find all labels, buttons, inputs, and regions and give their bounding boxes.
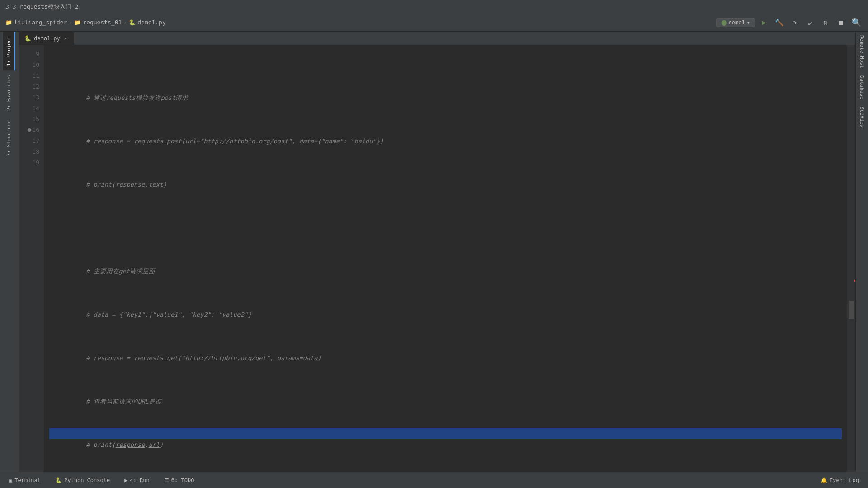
line-num-9: 9 — [19, 49, 39, 60]
python-console-label: Python Console — [64, 477, 110, 483]
line-num-10: 10 — [19, 60, 39, 70]
file-tab-close[interactable]: × — [63, 36, 68, 42]
stop-button[interactable]: ■ — [835, 16, 847, 29]
line-num-13: 13 — [19, 92, 39, 103]
run-config-dropdown: ▾ — [747, 19, 750, 26]
line-num-11: 11 — [19, 70, 39, 81]
line-numbers: 9 10 11 12 13 14 15 16 17 18 19 — [19, 45, 44, 472]
folder-icon-2: 📁 — [74, 19, 81, 26]
line-num-12: 12 — [19, 81, 39, 92]
right-tab-remote-host[interactable]: Remote Host — [857, 32, 867, 72]
right-tab-database[interactable]: Database — [857, 72, 867, 103]
top-bar: 📁 liuliang_spider › 📁 requests_01 › 🐍 de… — [0, 14, 868, 32]
breadcrumb-file: demo1.py — [137, 19, 166, 26]
code-line-17: # print(response.url) — [49, 428, 842, 439]
breadcrumb-sep-1: › — [69, 19, 72, 26]
bottom-bar: ▣ Terminal 🐍 Python Console ▶ 4: Run ☰ 6… — [0, 472, 868, 488]
scroll-indicator — [854, 280, 855, 282]
sidebar-tab-favorites[interactable]: 2: Favorites — [3, 70, 15, 115]
sidebar-tab-project[interactable]: 1: Project — [3, 32, 15, 70]
terminal-icon: ▣ — [9, 477, 12, 483]
line-num-14: 14 — [19, 103, 39, 114]
file-tab-icon: 🐍 — [24, 35, 31, 42]
step-over-button[interactable]: ↷ — [788, 16, 801, 29]
breadcrumb-item-file[interactable]: 🐍 demo1.py — [129, 19, 166, 26]
bottom-tab-run[interactable]: ▶ 4: Run — [121, 476, 153, 484]
main-layout: 1: Project 2: Favorites 7: Structure 🐍 d… — [0, 32, 868, 472]
event-log-label: Event Log — [830, 477, 859, 483]
editor-container: 🐍 demo1.py × 9 10 11 12 13 14 15 16 17 — [19, 32, 855, 472]
breadcrumb-item-folder[interactable]: 📁 requests_01 — [74, 19, 122, 26]
code-line-10: # response = requests.post(url="http://h… — [49, 125, 842, 136]
run-icon: ▶ — [124, 477, 127, 483]
python-file-icon: 🐍 — [129, 19, 136, 26]
bottom-tab-python-console[interactable]: 🐍 Python Console — [52, 476, 113, 484]
file-tab-demo1[interactable]: 🐍 demo1.py × — [19, 32, 74, 45]
line-num-17: 17 — [19, 136, 39, 146]
toolbar-right: ⬤ demo1 ▾ ▶ 🔨 ↷ ↙ ⇅ ■ 🔍 — [716, 16, 863, 29]
breadcrumb-sep-2: › — [123, 19, 127, 26]
scrollbar-area[interactable] — [847, 45, 855, 472]
bottom-tab-todo[interactable]: ☰ 6: TODO — [160, 476, 198, 484]
sidebar-tab-structure[interactable]: 7: Structure — [3, 116, 15, 160]
run-button[interactable]: ▶ — [758, 16, 770, 29]
code-line-11: # print(response.text) — [49, 168, 842, 179]
breadcrumb-project: liuliang_spider — [14, 19, 67, 26]
run-config-selector[interactable]: ⬤ demo1 ▾ — [716, 18, 755, 27]
search-button[interactable]: 🔍 — [850, 16, 863, 29]
run-config-label: demo1 — [729, 19, 745, 26]
line-num-15: 15 — [19, 114, 39, 125]
bottom-tab-terminal[interactable]: ▣ Terminal — [5, 476, 44, 484]
line-num-18: 18 — [19, 146, 39, 157]
code-line-14: # data = {"key1":|"value1", "key2": "val… — [49, 298, 842, 309]
code-editor[interactable]: 9 10 11 12 13 14 15 16 17 18 19 # 通过req — [19, 45, 855, 472]
title-bar: 3-3 requests模块入门-2 — [0, 0, 868, 14]
code-line-12 — [49, 211, 842, 222]
code-line-9: # 通过requests模块友送post请求 — [49, 81, 842, 92]
build-button[interactable]: 🔨 — [773, 16, 786, 29]
todo-icon: ☰ — [164, 477, 169, 483]
right-tabs: Remote Host Database SciView — [855, 32, 868, 472]
breadcrumb-folder: requests_01 — [83, 19, 122, 26]
file-tabs: 🐍 demo1.py × — [19, 32, 855, 45]
event-log-button[interactable]: 🔔 Event Log — [817, 476, 863, 484]
terminal-label: Terminal — [14, 477, 41, 483]
left-sidebar: 1: Project 2: Favorites 7: Structure — [0, 32, 19, 472]
code-line-13: # 主要用在get请求里面 — [49, 255, 842, 266]
todo-label: 6: TODO — [171, 477, 194, 483]
code-line-15: # response = requests.get("http://httpbi… — [49, 342, 842, 352]
folder-icon: 📁 — [5, 19, 12, 26]
run-label: 4: Run — [130, 477, 149, 483]
code-content[interactable]: # 通过requests模块友送post请求 # response = requ… — [44, 45, 847, 472]
line-num-16: 16 — [19, 125, 39, 136]
breadcrumb: 📁 liuliang_spider › 📁 requests_01 › 🐍 de… — [5, 19, 166, 26]
breadcrumb-item-project[interactable]: 📁 liuliang_spider — [5, 19, 67, 26]
step-into-button[interactable]: ↙ — [804, 16, 816, 29]
right-tab-sciview[interactable]: SciView — [857, 103, 867, 131]
event-log-icon: 🔔 — [821, 477, 827, 483]
scroll-thumb[interactable] — [849, 301, 854, 319]
code-line-16: # 查看当前请求的URL是谁 — [49, 385, 842, 396]
line-num-19: 19 — [19, 157, 39, 168]
sort-button[interactable]: ⇅ — [819, 16, 832, 29]
window-title: 3-3 requests模块入门-2 — [5, 3, 79, 11]
python-console-icon: 🐍 — [55, 477, 62, 483]
file-tab-name: demo1.py — [34, 35, 60, 42]
run-config-icon: ⬤ — [721, 19, 727, 26]
